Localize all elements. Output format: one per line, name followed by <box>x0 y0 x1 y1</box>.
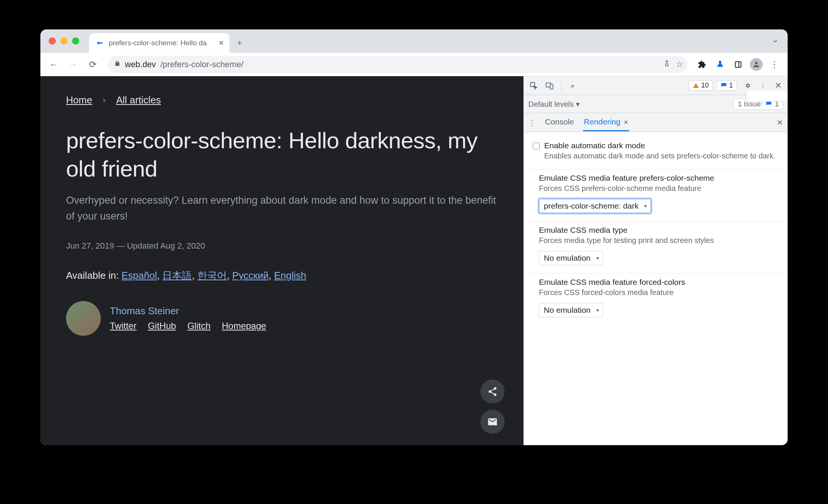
settings-gear-icon[interactable] <box>741 80 753 92</box>
svg-text:+: + <box>495 421 498 427</box>
close-window-button[interactable] <box>49 37 56 45</box>
languages-label: Available in: <box>66 270 122 281</box>
option-auto-dark: Enable automatic dark mode Enables autom… <box>524 137 788 170</box>
browser-window: prefers-color-scheme: Hello da ✕ ＋ ⌄ ← →… <box>40 29 788 445</box>
author-name[interactable]: Thomas Steiner <box>110 305 266 317</box>
breadcrumb-home[interactable]: Home <box>66 94 92 106</box>
lang-link-ja[interactable]: 日本語 <box>162 270 192 281</box>
chrome-menu-button[interactable]: ⋮ <box>766 57 782 72</box>
tab-bar: prefers-color-scheme: Hello da ✕ ＋ ⌄ <box>40 29 788 53</box>
close-drawer-button[interactable]: ✕ <box>777 118 783 127</box>
warnings-badge[interactable]: 10 <box>689 80 713 91</box>
author-avatar[interactable] <box>66 301 101 336</box>
page-title: prefers-color-scheme: Hello darkness, my… <box>66 126 498 183</box>
browser-toolbar: ← → ⟳ web.dev/prefers-color-scheme/ ☆ <box>40 53 788 76</box>
minimize-window-button[interactable] <box>60 37 68 45</box>
svg-rect-5 <box>550 84 553 89</box>
content-area: Home › All articles prefers-color-scheme… <box>40 76 788 445</box>
console-tab[interactable]: Console <box>544 114 575 131</box>
extensions-area: ⋮ <box>694 57 782 72</box>
mediatype-title: Emulate CSS media type <box>539 226 776 235</box>
page-dates: Jun 27, 2019 — Updated Aug 2, 2020 <box>66 241 498 251</box>
languages-list: Available in: Español, 日本語, 한국어, Русский… <box>66 269 498 282</box>
maximize-window-button[interactable] <box>72 37 79 45</box>
address-bar[interactable]: web.dev/prefers-color-scheme/ ☆ <box>108 56 687 73</box>
more-panels-icon[interactable]: » <box>566 80 579 92</box>
chevron-right-icon: › <box>103 95 105 105</box>
tab-title: prefers-color-scheme: Hello da <box>109 39 207 47</box>
lang-link-ru[interactable]: Русский <box>232 270 268 281</box>
profile-button[interactable] <box>748 57 764 72</box>
author-link-glitch[interactable]: Glitch <box>187 321 210 331</box>
option-prefers-color-scheme: Emulate CSS media feature prefers-color-… <box>524 170 788 222</box>
lang-link-ko[interactable]: 한국어 <box>197 270 227 281</box>
drawer-more-icon[interactable]: ⋮ <box>528 118 536 127</box>
inspect-element-icon[interactable] <box>528 80 540 92</box>
forced-select[interactable]: No emulation <box>539 303 603 317</box>
close-tab-button[interactable]: ✕ <box>219 39 224 47</box>
breadcrumb: Home › All articles <box>66 94 498 106</box>
pcs-desc: Forces CSS prefers-color-scheme media fe… <box>539 183 776 194</box>
floating-actions: + <box>480 380 505 434</box>
url-domain: web.dev <box>125 60 156 69</box>
rendering-tab[interactable]: Rendering✕ <box>583 114 629 131</box>
device-toggle-icon[interactable] <box>543 80 556 92</box>
back-button[interactable]: ← <box>46 57 62 72</box>
browser-tab[interactable]: prefers-color-scheme: Hello da ✕ <box>89 33 229 53</box>
close-tab-x-icon[interactable]: ✕ <box>623 119 628 126</box>
close-devtools-button[interactable]: ✕ <box>773 81 784 91</box>
window-controls <box>49 37 79 45</box>
issues-badge-count: 1 <box>729 81 733 89</box>
auto-dark-title: Enable automatic dark mode <box>544 141 776 150</box>
filter-input-fragment[interactable] <box>746 91 788 102</box>
option-media-type: Emulate CSS media type Forces media type… <box>524 222 788 274</box>
share-fab[interactable] <box>480 380 505 404</box>
tabs-dropdown-button[interactable]: ⌄ <box>768 33 782 46</box>
forced-desc: Forces CSS forced-colors media feature <box>539 287 776 298</box>
subscribe-fab[interactable]: + <box>480 410 505 434</box>
author-link-github[interactable]: GitHub <box>148 321 176 331</box>
author-links: Twitter GitHub Glitch Homepage <box>110 321 266 331</box>
issues-badge[interactable]: 1 <box>717 80 737 91</box>
mediatype-desc: Forces media type for testing print and … <box>539 235 776 246</box>
forced-title: Emulate CSS media feature forced-colors <box>539 278 776 287</box>
author-link-twitter[interactable]: Twitter <box>110 321 137 331</box>
pcs-title: Emulate CSS media feature prefers-color-… <box>539 174 776 183</box>
console-filter-bar: Default levels ▾ 1 Issue: 1 <box>524 95 788 113</box>
web-page: Home › All articles prefers-color-scheme… <box>40 76 523 445</box>
panel-icon[interactable] <box>730 57 746 72</box>
devtools-menu-icon[interactable]: ⋮ <box>757 80 769 92</box>
option-forced-colors: Emulate CSS media feature forced-colors … <box>524 274 788 326</box>
reload-button[interactable]: ⟳ <box>85 57 101 72</box>
rendering-panel-body: Enable automatic dark mode Enables autom… <box>524 132 788 445</box>
share-icon[interactable] <box>663 60 671 69</box>
mediatype-select[interactable]: No emulation <box>539 251 603 265</box>
lang-link-es[interactable]: Español <box>122 270 157 281</box>
author-link-homepage[interactable]: Homepage <box>222 321 266 331</box>
page-subtitle: Overhyped or necessity? Learn everything… <box>66 193 498 224</box>
labs-icon[interactable] <box>712 57 728 72</box>
breadcrumb-all-articles[interactable]: All articles <box>116 94 161 106</box>
devtools-drawer-tabs: ⋮ Console Rendering✕ ✕ <box>524 113 788 132</box>
svg-rect-0 <box>736 61 741 67</box>
extensions-button[interactable] <box>694 57 710 72</box>
auto-dark-desc: Enables automatic dark mode and sets pre… <box>544 151 776 161</box>
pcs-select[interactable]: prefers-color-scheme: dark <box>539 199 651 213</box>
bookmark-star-icon[interactable]: ☆ <box>676 60 683 69</box>
warnings-count: 10 <box>701 81 709 89</box>
tab-favicon <box>95 38 104 48</box>
url-path: /prefers-color-scheme/ <box>160 60 243 69</box>
new-tab-button[interactable]: ＋ <box>235 38 245 48</box>
author-block: Thomas Steiner Twitter GitHub Glitch Hom… <box>66 301 498 336</box>
lock-icon <box>114 60 120 69</box>
log-levels-dropdown[interactable]: Default levels ▾ <box>528 100 580 109</box>
devtools-panel: » 10 1 ⋮ ✕ Default levels ▾ <box>523 76 788 445</box>
forward-button[interactable]: → <box>65 57 81 72</box>
lang-link-en[interactable]: English <box>274 270 306 281</box>
auto-dark-checkbox[interactable] <box>533 143 540 149</box>
